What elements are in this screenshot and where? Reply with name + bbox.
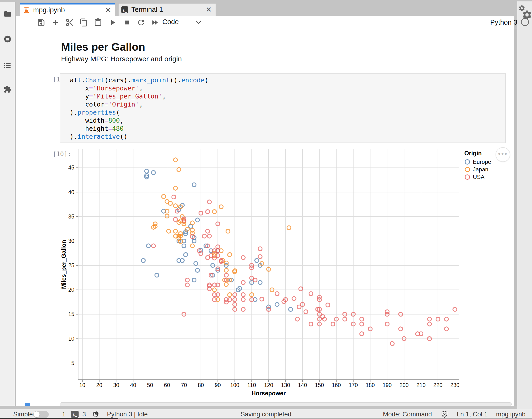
restart-run-all-icon[interactable] (151, 18, 159, 27)
terminal-icon[interactable]: $_ (71, 411, 78, 418)
data-point[interactable] (255, 259, 259, 262)
data-point[interactable] (428, 317, 432, 321)
data-point[interactable] (192, 183, 196, 187)
tab-terminal-1[interactable]: $_ Terminal 1 ✕ (118, 3, 216, 16)
chevron-down-icon[interactable] (195, 20, 202, 25)
data-point[interactable] (185, 283, 189, 287)
restart-kernel-icon[interactable] (137, 18, 145, 27)
data-point[interactable] (167, 229, 171, 233)
data-point[interactable] (428, 322, 432, 326)
data-point[interactable] (155, 273, 159, 277)
data-point[interactable] (444, 317, 448, 321)
list-icon[interactable] (3, 62, 12, 70)
data-point[interactable] (444, 327, 448, 331)
data-point[interactable] (295, 317, 299, 321)
data-point[interactable] (206, 210, 210, 214)
close-icon[interactable]: ✕ (105, 7, 111, 14)
data-point[interactable] (297, 305, 301, 309)
cursor-position[interactable]: Ln 1, Col 1 (457, 411, 488, 418)
data-point[interactable] (207, 234, 211, 238)
data-point[interactable] (241, 307, 245, 312)
legend-label[interactable]: Japan (473, 166, 488, 172)
data-point[interactable] (172, 195, 176, 199)
folder-icon[interactable] (3, 10, 12, 18)
data-point[interactable] (309, 292, 313, 296)
data-point[interactable] (194, 262, 198, 266)
data-point[interactable] (275, 292, 279, 296)
data-point[interactable] (212, 210, 217, 214)
kernel-chip-icon[interactable] (92, 410, 99, 418)
data-point[interactable] (275, 302, 279, 307)
save-icon[interactable] (37, 18, 45, 27)
data-point[interactable] (145, 169, 149, 173)
close-icon[interactable]: ✕ (206, 6, 212, 13)
legend-label[interactable]: Europe (473, 159, 491, 165)
data-point[interactable] (360, 317, 364, 321)
data-point[interactable] (173, 186, 178, 190)
data-point[interactable] (241, 293, 245, 297)
paste-icon[interactable] (94, 18, 102, 27)
settings-gears-icon[interactable] (518, 4, 532, 20)
data-point[interactable] (207, 200, 211, 204)
notebook-vertical-scrollbar[interactable] (514, 29, 517, 406)
copy-icon[interactable] (79, 18, 88, 27)
data-point[interactable] (343, 317, 347, 321)
data-point[interactable] (177, 168, 181, 172)
data-point[interactable] (326, 303, 330, 307)
data-point[interactable] (191, 244, 195, 248)
stop-circle-icon[interactable] (3, 35, 12, 43)
data-point[interactable] (173, 158, 178, 162)
data-point[interactable] (224, 282, 228, 287)
data-point[interactable] (146, 244, 151, 248)
data-point[interactable] (173, 229, 178, 233)
data-point[interactable] (195, 268, 199, 273)
data-point[interactable] (228, 293, 232, 297)
code-cell-editor[interactable]: alt.Chart(cars).mark_point().encode( x='… (60, 73, 506, 143)
add-cell-icon[interactable] (51, 18, 60, 27)
data-point[interactable] (224, 268, 228, 273)
data-point[interactable] (258, 280, 262, 285)
cell-collapser[interactable] (25, 403, 30, 406)
kernel-name[interactable]: Python 3 (489, 18, 517, 26)
data-point[interactable] (185, 278, 189, 282)
data-point[interactable] (287, 226, 291, 230)
data-point[interactable] (173, 218, 178, 222)
data-point[interactable] (152, 171, 156, 175)
kernel-status-text[interactable]: Python 3 | Idle (107, 411, 148, 418)
data-point[interactable] (299, 287, 303, 291)
data-point[interactable] (241, 256, 245, 260)
legend-symbol[interactable] (465, 160, 470, 164)
horizontal-scrollbar[interactable] (60, 402, 512, 406)
data-point[interactable] (224, 273, 228, 277)
simple-mode-toggle[interactable] (33, 411, 49, 418)
legend-label[interactable]: USA (473, 174, 484, 180)
data-point[interactable] (289, 307, 293, 312)
run-icon[interactable] (108, 18, 117, 27)
data-point[interactable] (292, 297, 296, 301)
data-point[interactable] (241, 298, 245, 301)
data-point[interactable] (184, 253, 188, 257)
tab-mpg-notebook[interactable]: mpg.ipynb ✕ (20, 3, 115, 16)
data-point[interactable] (226, 229, 230, 233)
data-point[interactable] (195, 218, 199, 222)
cut-icon[interactable] (65, 18, 74, 27)
data-point[interactable] (169, 201, 172, 206)
data-point[interactable] (360, 322, 364, 326)
data-point[interactable] (219, 205, 223, 209)
data-point[interactable] (258, 255, 262, 259)
data-point[interactable] (399, 327, 403, 331)
data-point[interactable] (360, 332, 364, 336)
scatter-chart[interactable]: 1020304050607080901001101201301401501601… (36, 146, 511, 402)
data-point[interactable] (304, 310, 308, 314)
data-point[interactable] (206, 229, 210, 233)
data-point[interactable] (162, 195, 166, 199)
data-point[interactable] (173, 204, 178, 208)
data-point[interactable] (260, 297, 264, 301)
data-point[interactable] (224, 300, 228, 304)
cell-type-dropdown[interactable]: Code (162, 18, 179, 26)
stop-icon[interactable] (123, 18, 131, 27)
legend-symbol[interactable] (465, 175, 470, 179)
puzzle-icon[interactable] (3, 85, 12, 93)
data-point[interactable] (191, 228, 195, 232)
data-point[interactable] (258, 247, 262, 251)
